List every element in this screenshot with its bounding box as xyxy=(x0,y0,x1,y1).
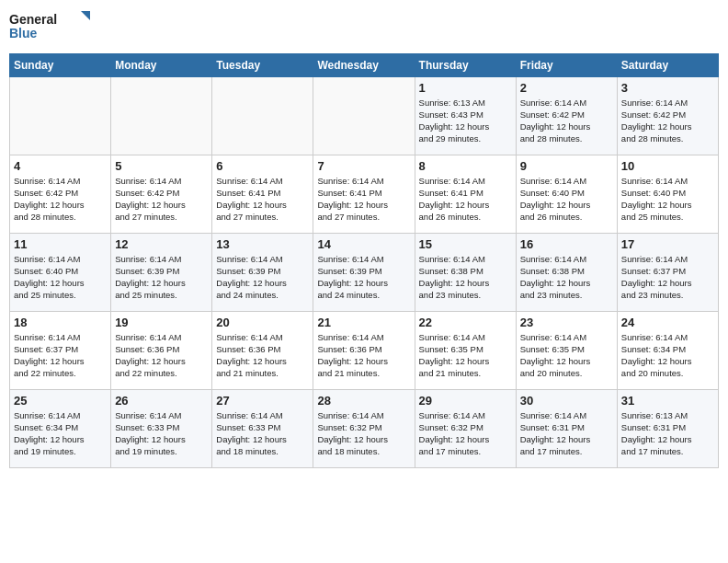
day-number: 6 xyxy=(216,159,309,173)
day-cell: 16Sunrise: 6:14 AM Sunset: 6:38 PM Dayli… xyxy=(516,233,617,311)
col-header-friday: Friday xyxy=(516,53,617,76)
day-number: 11 xyxy=(14,237,107,251)
generalblue-logo: General Blue xyxy=(9,9,92,44)
day-number: 22 xyxy=(419,316,512,329)
header-row: SundayMondayTuesdayWednesdayThursdayFrid… xyxy=(10,53,719,76)
day-cell: 23Sunrise: 6:14 AM Sunset: 6:35 PM Dayli… xyxy=(516,311,617,389)
week-row-1: 1Sunrise: 6:13 AM Sunset: 6:43 PM Daylig… xyxy=(10,76,719,155)
day-detail: Sunrise: 6:14 AM Sunset: 6:41 PM Dayligh… xyxy=(216,175,309,224)
day-cell xyxy=(10,76,111,155)
day-number: 18 xyxy=(14,316,107,329)
day-detail: Sunrise: 6:14 AM Sunset: 6:40 PM Dayligh… xyxy=(621,175,714,224)
day-number: 16 xyxy=(520,237,613,251)
header: General Blue xyxy=(9,9,719,48)
day-cell: 4Sunrise: 6:14 AM Sunset: 6:42 PM Daylig… xyxy=(10,155,111,233)
svg-text:Blue: Blue xyxy=(9,26,38,40)
day-detail: Sunrise: 6:14 AM Sunset: 6:35 PM Dayligh… xyxy=(419,331,512,380)
logo: General Blue xyxy=(9,9,92,48)
calendar-table: SundayMondayTuesdayWednesdayThursdayFrid… xyxy=(9,53,719,468)
day-number: 17 xyxy=(621,237,714,251)
col-header-saturday: Saturday xyxy=(617,53,718,76)
day-cell: 9Sunrise: 6:14 AM Sunset: 6:40 PM Daylig… xyxy=(516,155,617,233)
col-header-sunday: Sunday xyxy=(10,53,111,76)
day-cell: 5Sunrise: 6:14 AM Sunset: 6:42 PM Daylig… xyxy=(111,155,212,233)
day-number: 2 xyxy=(520,81,613,95)
day-number: 30 xyxy=(520,394,613,408)
week-row-2: 4Sunrise: 6:14 AM Sunset: 6:42 PM Daylig… xyxy=(10,155,719,233)
day-detail: Sunrise: 6:14 AM Sunset: 6:37 PM Dayligh… xyxy=(14,331,107,380)
day-number: 9 xyxy=(520,159,613,173)
day-detail: Sunrise: 6:14 AM Sunset: 6:42 PM Dayligh… xyxy=(115,175,208,224)
day-cell: 10Sunrise: 6:14 AM Sunset: 6:40 PM Dayli… xyxy=(617,155,718,233)
day-detail: Sunrise: 6:13 AM Sunset: 6:31 PM Dayligh… xyxy=(621,409,714,458)
day-detail: Sunrise: 6:14 AM Sunset: 6:40 PM Dayligh… xyxy=(14,253,107,302)
day-number: 8 xyxy=(419,159,512,173)
day-cell: 24Sunrise: 6:14 AM Sunset: 6:34 PM Dayli… xyxy=(617,311,718,389)
day-detail: Sunrise: 6:14 AM Sunset: 6:42 PM Dayligh… xyxy=(520,97,613,145)
week-row-3: 11Sunrise: 6:14 AM Sunset: 6:40 PM Dayli… xyxy=(10,233,719,311)
day-number: 10 xyxy=(621,159,714,173)
day-cell: 18Sunrise: 6:14 AM Sunset: 6:37 PM Dayli… xyxy=(10,311,111,389)
day-detail: Sunrise: 6:14 AM Sunset: 6:41 PM Dayligh… xyxy=(317,175,410,224)
day-number: 31 xyxy=(621,394,714,408)
day-number: 29 xyxy=(419,394,512,408)
day-cell: 11Sunrise: 6:14 AM Sunset: 6:40 PM Dayli… xyxy=(10,233,111,311)
day-detail: Sunrise: 6:14 AM Sunset: 6:31 PM Dayligh… xyxy=(520,409,613,458)
day-detail: Sunrise: 6:14 AM Sunset: 6:39 PM Dayligh… xyxy=(216,253,309,302)
day-detail: Sunrise: 6:14 AM Sunset: 6:36 PM Dayligh… xyxy=(115,331,208,380)
day-cell xyxy=(212,76,313,155)
week-row-4: 18Sunrise: 6:14 AM Sunset: 6:37 PM Dayli… xyxy=(10,311,719,389)
day-cell: 25Sunrise: 6:14 AM Sunset: 6:34 PM Dayli… xyxy=(10,389,111,467)
logo-container: General Blue xyxy=(9,9,92,48)
day-cell: 1Sunrise: 6:13 AM Sunset: 6:43 PM Daylig… xyxy=(415,76,516,155)
day-cell: 20Sunrise: 6:14 AM Sunset: 6:36 PM Dayli… xyxy=(212,311,313,389)
day-cell: 8Sunrise: 6:14 AM Sunset: 6:41 PM Daylig… xyxy=(415,155,516,233)
day-number: 23 xyxy=(520,316,613,329)
day-cell: 31Sunrise: 6:13 AM Sunset: 6:31 PM Dayli… xyxy=(617,389,718,467)
day-cell: 2Sunrise: 6:14 AM Sunset: 6:42 PM Daylig… xyxy=(516,76,617,155)
day-cell: 26Sunrise: 6:14 AM Sunset: 6:33 PM Dayli… xyxy=(111,389,212,467)
day-cell: 13Sunrise: 6:14 AM Sunset: 6:39 PM Dayli… xyxy=(212,233,313,311)
day-detail: Sunrise: 6:14 AM Sunset: 6:34 PM Dayligh… xyxy=(14,409,107,458)
day-number: 21 xyxy=(317,316,410,329)
day-detail: Sunrise: 6:13 AM Sunset: 6:43 PM Dayligh… xyxy=(419,97,512,145)
day-cell: 14Sunrise: 6:14 AM Sunset: 6:39 PM Dayli… xyxy=(313,233,415,311)
day-cell: 7Sunrise: 6:14 AM Sunset: 6:41 PM Daylig… xyxy=(313,155,415,233)
day-number: 12 xyxy=(115,237,208,251)
day-cell: 15Sunrise: 6:14 AM Sunset: 6:38 PM Dayli… xyxy=(415,233,516,311)
day-number: 19 xyxy=(115,316,208,329)
col-header-monday: Monday xyxy=(111,53,212,76)
day-detail: Sunrise: 6:14 AM Sunset: 6:34 PM Dayligh… xyxy=(621,331,714,380)
day-detail: Sunrise: 6:14 AM Sunset: 6:41 PM Dayligh… xyxy=(419,175,512,224)
day-detail: Sunrise: 6:14 AM Sunset: 6:42 PM Dayligh… xyxy=(621,97,714,145)
day-cell: 19Sunrise: 6:14 AM Sunset: 6:36 PM Dayli… xyxy=(111,311,212,389)
col-header-tuesday: Tuesday xyxy=(212,53,313,76)
day-detail: Sunrise: 6:14 AM Sunset: 6:39 PM Dayligh… xyxy=(317,253,410,302)
day-detail: Sunrise: 6:14 AM Sunset: 6:42 PM Dayligh… xyxy=(14,175,107,224)
svg-marker-2 xyxy=(81,11,90,20)
day-number: 14 xyxy=(317,237,410,251)
day-number: 7 xyxy=(317,159,410,173)
week-row-5: 25Sunrise: 6:14 AM Sunset: 6:34 PM Dayli… xyxy=(10,389,719,467)
day-detail: Sunrise: 6:14 AM Sunset: 6:33 PM Dayligh… xyxy=(216,409,309,458)
day-detail: Sunrise: 6:14 AM Sunset: 6:33 PM Dayligh… xyxy=(115,409,208,458)
day-number: 20 xyxy=(216,316,309,329)
day-cell: 12Sunrise: 6:14 AM Sunset: 6:39 PM Dayli… xyxy=(111,233,212,311)
day-cell: 17Sunrise: 6:14 AM Sunset: 6:37 PM Dayli… xyxy=(617,233,718,311)
day-cell: 3Sunrise: 6:14 AM Sunset: 6:42 PM Daylig… xyxy=(617,76,718,155)
day-detail: Sunrise: 6:14 AM Sunset: 6:38 PM Dayligh… xyxy=(419,253,512,302)
day-cell xyxy=(313,76,415,155)
day-cell: 29Sunrise: 6:14 AM Sunset: 6:32 PM Dayli… xyxy=(415,389,516,467)
day-number: 13 xyxy=(216,237,309,251)
day-number: 26 xyxy=(115,394,208,408)
col-header-thursday: Thursday xyxy=(415,53,516,76)
day-cell: 6Sunrise: 6:14 AM Sunset: 6:41 PM Daylig… xyxy=(212,155,313,233)
day-number: 5 xyxy=(115,159,208,173)
day-cell: 21Sunrise: 6:14 AM Sunset: 6:36 PM Dayli… xyxy=(313,311,415,389)
day-number: 25 xyxy=(14,394,107,408)
day-detail: Sunrise: 6:14 AM Sunset: 6:36 PM Dayligh… xyxy=(317,331,410,380)
day-detail: Sunrise: 6:14 AM Sunset: 6:37 PM Dayligh… xyxy=(621,253,714,302)
day-detail: Sunrise: 6:14 AM Sunset: 6:39 PM Dayligh… xyxy=(115,253,208,302)
day-detail: Sunrise: 6:14 AM Sunset: 6:32 PM Dayligh… xyxy=(419,409,512,458)
day-number: 24 xyxy=(621,316,714,329)
